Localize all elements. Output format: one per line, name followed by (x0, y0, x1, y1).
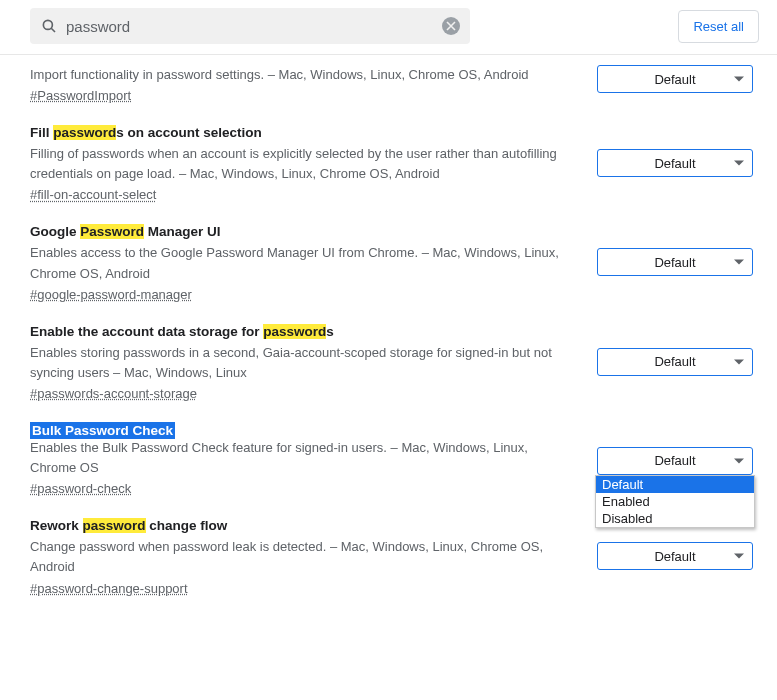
svg-line-1 (51, 28, 55, 32)
flag-description: Import functionality in password setting… (30, 65, 577, 85)
dropdown-value: Default (654, 156, 695, 171)
flag-description: Change password when password leak is de… (30, 537, 577, 577)
dropdown-option-enabled[interactable]: Enabled (596, 493, 754, 510)
flag-dropdown[interactable]: Default (597, 542, 753, 570)
search-highlight: password (263, 324, 326, 339)
dropdown-menu: Default Enabled Disabled (595, 475, 755, 528)
search-input[interactable] (58, 17, 442, 36)
flag-title: Rework password change flow (30, 518, 577, 533)
chevron-down-icon (734, 77, 744, 82)
flag-list: Import functionality in password setting… (0, 55, 777, 620)
search-highlight: password (83, 518, 146, 533)
clear-search-icon[interactable] (442, 17, 460, 35)
dropdown-value: Default (654, 354, 695, 369)
dropdown-option-default[interactable]: Default (596, 476, 754, 493)
flag-dropdown[interactable]: Default (597, 248, 753, 276)
flag-description: Enables access to the Google Password Ma… (30, 243, 577, 283)
flag-title: Enable the account data storage for pass… (30, 324, 577, 339)
chevron-down-icon (734, 260, 744, 265)
chevron-down-icon (734, 161, 744, 166)
svg-point-0 (43, 20, 52, 29)
flag-item: Fill passwords on account selection Fill… (30, 103, 753, 202)
dropdown-option-disabled[interactable]: Disabled (596, 510, 754, 527)
dropdown-value: Default (654, 255, 695, 270)
flag-item: Bulk Password Check Enables the Bulk Pas… (30, 401, 753, 496)
flag-dropdown[interactable]: Default (597, 149, 753, 177)
dropdown-value: Default (654, 72, 695, 87)
search-icon (40, 17, 58, 35)
flag-dropdown[interactable]: Default (597, 65, 753, 93)
flag-description: Enables storing passwords in a second, G… (30, 343, 577, 383)
flag-description: Enables the Bulk Password Check feature … (30, 438, 577, 478)
topbar: Reset all (0, 0, 777, 55)
chevron-down-icon (734, 458, 744, 463)
search-highlight: password (53, 125, 116, 140)
flag-title: Bulk Password Check (30, 423, 577, 438)
flag-item: Import functionality in password setting… (30, 55, 753, 103)
flag-anchor-link[interactable]: #passwords-account-storage (30, 386, 197, 401)
flag-item: Google Password Manager UI Enables acces… (30, 202, 753, 301)
search-box[interactable] (30, 8, 470, 44)
flag-anchor-link[interactable]: #fill-on-account-select (30, 187, 156, 202)
flag-anchor-link[interactable]: #google-password-manager (30, 287, 192, 302)
flag-description: Filling of passwords when an account is … (30, 144, 577, 184)
flag-title: Google Password Manager UI (30, 224, 577, 239)
search-highlight: Password (80, 224, 144, 239)
dropdown-value: Default (654, 549, 695, 564)
reset-all-button[interactable]: Reset all (678, 10, 759, 43)
flag-dropdown[interactable]: Default (597, 348, 753, 376)
flag-title: Fill passwords on account selection (30, 125, 577, 140)
flag-anchor-link[interactable]: #password-change-support (30, 581, 188, 596)
dropdown-value: Default (654, 453, 695, 468)
flag-anchor-link[interactable]: #password-check (30, 481, 131, 496)
flag-item: Enable the account data storage for pass… (30, 302, 753, 401)
flag-dropdown[interactable]: Default (597, 447, 753, 475)
chevron-down-icon (734, 359, 744, 364)
flag-anchor-link[interactable]: #PasswordImport (30, 88, 131, 103)
chevron-down-icon (734, 554, 744, 559)
